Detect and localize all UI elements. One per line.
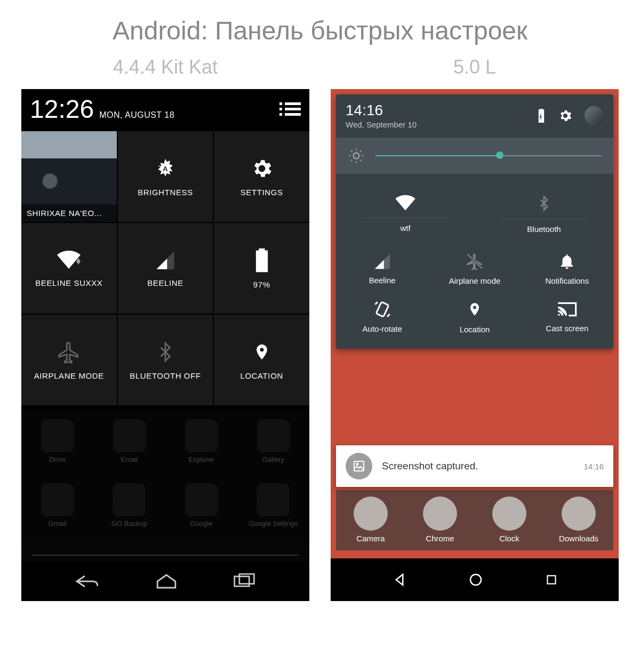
notification-time: 14:16 [583, 462, 604, 471]
tile-label: BRIGHTNESS [138, 188, 193, 197]
rotate-icon [372, 300, 393, 319]
app-drive: Drive [41, 419, 74, 463]
tile-label: Location [460, 325, 490, 334]
tile-cast[interactable]: Cast screen [521, 291, 613, 339]
nav-recent-icon[interactable] [232, 573, 257, 589]
kitkat-homescreen: Drive Email Explorer Gallery Gmail GO Ba… [21, 409, 309, 561]
tile-bluetooth[interactable]: Bluetooth [475, 179, 613, 243]
nav-back-icon[interactable] [74, 572, 101, 590]
lollipop-homescreen-peek: Camera Chrome Clock Downloads [336, 490, 613, 550]
lollipop-tiles: wtf Bluetooth Beeline Airpla [336, 174, 613, 349]
svg-text:A: A [163, 164, 167, 172]
tile-settings[interactable]: SETTINGS [214, 131, 309, 222]
brightness-icon: A [154, 157, 177, 180]
wifi-icon [55, 250, 82, 271]
clock-time: 14:16 [346, 102, 417, 119]
profile-avatar[interactable] [585, 106, 604, 125]
kitkat-phone: Drive Email Explorer Gallery Gmail GO Ba… [21, 89, 309, 601]
signal-icon [155, 250, 176, 271]
tile-profile[interactable]: SHIRIXAE NA'EO... [21, 131, 117, 222]
brightness-icon [348, 147, 365, 164]
wifi-icon [394, 194, 417, 212]
nav-recent-icon[interactable] [545, 573, 558, 587]
tile-battery[interactable]: 97% [214, 223, 309, 314]
app-clock: Clock [492, 497, 526, 543]
kitkat-status-header: 12:26 MON, AUGUST 18 [21, 89, 309, 131]
tile-label: Airplane mode [449, 276, 501, 285]
airplane-off-icon [465, 252, 484, 271]
tile-location[interactable]: LOCATION [214, 315, 309, 405]
tile-airplane[interactable]: AIRPLANE MODE [21, 315, 117, 405]
app-camera: Camera [354, 497, 388, 543]
airplane-icon [57, 340, 81, 364]
page-title: Android: Панель быстрых настроек [0, 0, 640, 56]
svg-point-8 [357, 463, 358, 465]
brightness-slider[interactable] [375, 155, 602, 157]
app-googlesettings: Google Settings [249, 483, 298, 527]
clock-time: 12:26 [30, 94, 94, 124]
gear-icon[interactable] [558, 108, 573, 123]
svg-point-3 [354, 153, 359, 159]
app-gobackup: GO Backup [111, 483, 147, 527]
tile-label: Notifications [545, 276, 589, 285]
profile-name: SHIRIXAE NA'EO... [21, 204, 117, 222]
signal-icon [373, 252, 391, 270]
tile-label: BEELINE SUXXX [35, 278, 102, 287]
tile-label: BEELINE [147, 278, 183, 287]
image-icon [346, 453, 372, 479]
location-pin-icon [467, 299, 482, 319]
bluetooth-icon [536, 193, 552, 213]
tile-bluetooth[interactable]: BLUETOOTH OFF [118, 315, 213, 405]
app-email: Email [113, 419, 146, 463]
svg-rect-2 [239, 574, 254, 583]
svg-rect-7 [354, 461, 364, 471]
battery-icon [255, 248, 269, 273]
tile-label: SETTINGS [241, 188, 283, 197]
tile-label: AIRPLANE MODE [34, 371, 104, 380]
svg-point-9 [470, 574, 481, 585]
tile-label: Beeline [369, 276, 396, 285]
location-pin-icon [253, 340, 271, 364]
app-gmail: Gmail [41, 483, 74, 527]
bluetooth-icon [155, 340, 176, 364]
svg-rect-6 [376, 302, 389, 317]
tile-label: Bluetooth [527, 225, 561, 234]
brightness-slider-row [336, 138, 613, 174]
cast-icon [556, 300, 578, 318]
notification-card[interactable]: Screenshot captured. 14:16 [336, 445, 613, 487]
nav-home-icon[interactable] [154, 573, 179, 589]
clock-date: Wed, September 10 [346, 120, 417, 129]
tile-label: wtf [400, 223, 410, 233]
notifications-panel-icon[interactable] [279, 102, 301, 116]
battery-charging-icon [537, 109, 546, 123]
tile-brightness[interactable]: A BRIGHTNESS [118, 131, 213, 222]
tile-cellular[interactable]: BEELINE [118, 223, 213, 314]
tile-cellular[interactable]: Beeline [336, 243, 428, 291]
tile-label: BLUETOOTH OFF [130, 371, 201, 380]
clock-date: MON, AUGUST 18 [99, 110, 174, 120]
notification-title: Screenshot captured. [382, 460, 574, 472]
tile-label: Auto-rotate [363, 324, 402, 333]
bell-icon [558, 252, 576, 271]
tile-label: LOCATION [240, 371, 283, 380]
lollipop-version-label: 5.0 L [331, 56, 619, 78]
tile-airplane[interactable]: Airplane mode [428, 243, 521, 291]
kitkat-quick-settings-grid: SHIRIXAE NA'EO... A BRIGHTNESS SETTINGS … [21, 131, 309, 405]
tile-wifi[interactable]: wtf [336, 179, 475, 243]
svg-rect-10 [547, 575, 555, 583]
tile-notifications[interactable]: Notifications [521, 243, 613, 291]
app-downloads: Downloads [559, 497, 598, 543]
tile-location[interactable]: Location [428, 291, 521, 339]
lollipop-status-header: 14:16 Wed, September 10 [336, 94, 613, 138]
kitkat-navbar [21, 561, 309, 601]
app-explorer: Explorer [185, 419, 218, 463]
nav-back-icon[interactable] [391, 572, 407, 588]
tile-label: Cast screen [546, 324, 588, 333]
tile-wifi[interactable]: BEELINE SUXXX [21, 223, 117, 314]
tile-autorotate[interactable]: Auto-rotate [336, 291, 428, 339]
app-google: Google [185, 483, 218, 527]
lollipop-quick-settings-panel: 14:16 Wed, September 10 [336, 94, 613, 349]
nav-home-icon[interactable] [468, 572, 484, 588]
app-gallery: Gallery [257, 419, 290, 463]
tile-label: 97% [253, 280, 270, 289]
